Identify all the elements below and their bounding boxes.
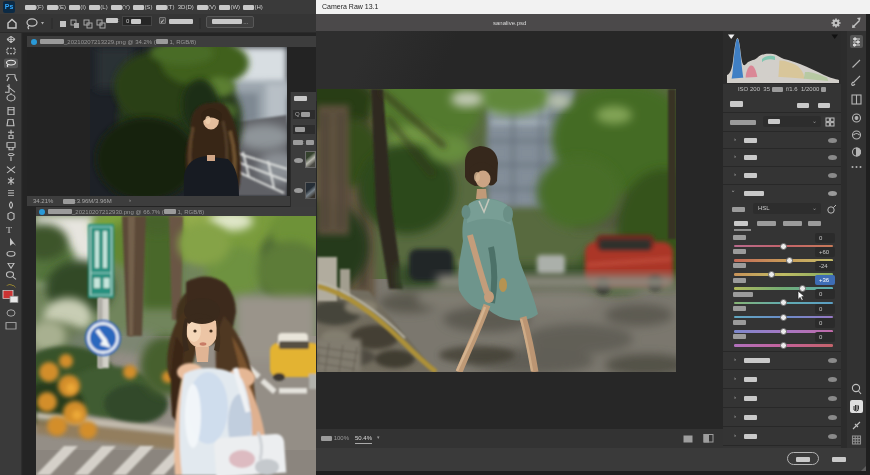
svg-text:T: T <box>6 226 13 235</box>
